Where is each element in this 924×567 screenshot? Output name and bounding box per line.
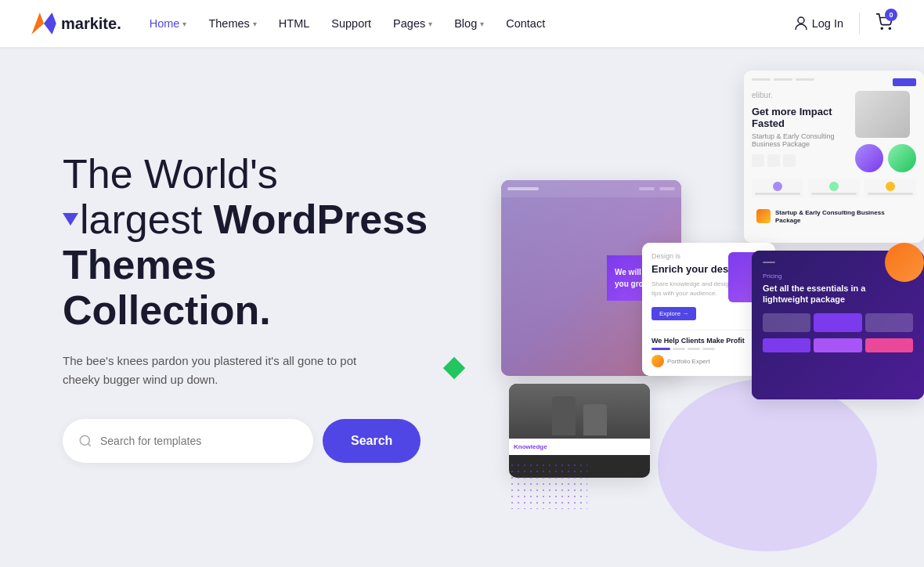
nav-divider xyxy=(859,13,860,34)
svg-point-5 xyxy=(889,27,890,29)
nav-contact[interactable]: Contact xyxy=(506,17,545,30)
screenshot-bot-label: Knowledge xyxy=(514,443,645,450)
cart-button[interactable]: 0 xyxy=(875,13,893,34)
chevron-down-icon: ▾ xyxy=(428,20,432,28)
hero-content: The World's largest WordPress Themes Col… xyxy=(63,151,485,464)
search-input-wrapper[interactable] xyxy=(63,419,313,463)
hero-subtext: The bee's knees pardon you plastered it'… xyxy=(63,352,376,389)
chevron-down-icon: ▾ xyxy=(253,20,257,28)
hero-screenshots: We will help you grow fast xyxy=(501,70,924,540)
login-button[interactable]: Log In xyxy=(795,16,843,31)
nav-html[interactable]: HTML xyxy=(279,17,309,30)
screenshot-br-title: Get all the essentials in a lightweight … xyxy=(763,283,913,305)
nav-home[interactable]: Home ▾ xyxy=(150,17,187,30)
svg-point-3 xyxy=(798,17,804,23)
screenshot-mid-cta: Explore → xyxy=(651,307,696,320)
search-input[interactable] xyxy=(100,435,298,447)
search-icon xyxy=(78,434,92,448)
hero-heading: The World's largest WordPress Themes Col… xyxy=(63,151,485,334)
nav-support[interactable]: Support xyxy=(331,17,371,30)
dots-pattern xyxy=(509,462,587,509)
cart-badge: 0 xyxy=(885,9,897,21)
logo[interactable]: markite. xyxy=(31,13,121,34)
screenshot-mid-sub: We Help Clients Make Profit xyxy=(651,337,766,345)
user-icon xyxy=(795,16,807,31)
screenshot-topright: elibur. Get more Impact Fasted Startup &… xyxy=(744,70,924,243)
search-button[interactable]: Search xyxy=(323,419,420,463)
navbar: markite. Home ▾ Themes ▾ HTML Support Pa… xyxy=(0,0,924,47)
nav-right: Log In 0 xyxy=(795,13,893,34)
nav-themes[interactable]: Themes ▾ xyxy=(208,17,256,30)
svg-marker-0 xyxy=(31,13,44,34)
screenshot-tr-sub: Startup & Early Consulting Business Pack… xyxy=(752,132,849,148)
chevron-down-icon: ▾ xyxy=(480,20,484,28)
business-package-label: Startup & Early Consulting Business Pack… xyxy=(775,209,911,226)
search-row: Search xyxy=(63,419,485,463)
chevron-down-icon: ▾ xyxy=(182,20,186,28)
nav-blog[interactable]: Blog ▾ xyxy=(454,17,484,30)
nav-links: Home ▾ Themes ▾ HTML Support Pages ▾ Blo… xyxy=(150,17,795,30)
nav-pages[interactable]: Pages ▾ xyxy=(393,17,432,30)
svg-point-4 xyxy=(881,27,882,29)
logo-text: markite. xyxy=(61,15,121,33)
hero-section: The World's largest WordPress Themes Col… xyxy=(0,47,924,567)
triangle-icon xyxy=(63,213,78,226)
screenshot-tr-title: Get more Impact Fasted xyxy=(752,106,849,129)
svg-point-6 xyxy=(80,436,89,446)
orange-circle-decoration xyxy=(885,243,924,282)
svg-marker-2 xyxy=(44,13,56,34)
